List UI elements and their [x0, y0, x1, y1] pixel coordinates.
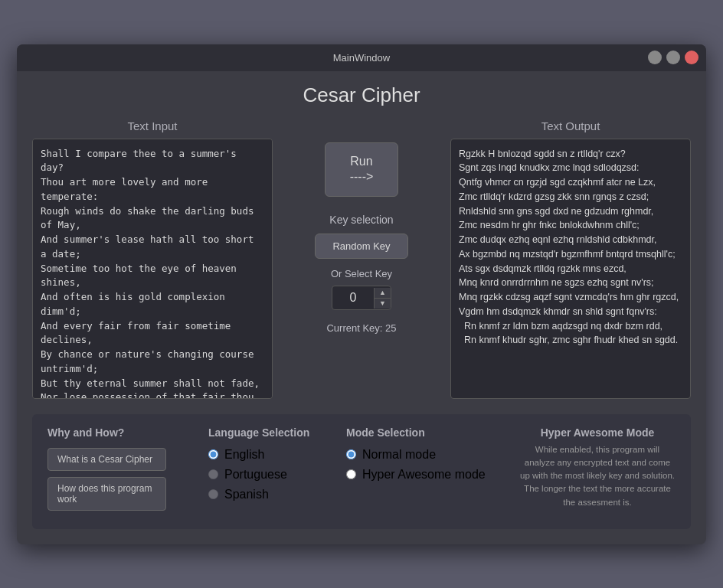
what-is-cesar-button[interactable]: What is a Cesar Cipher	[47, 448, 166, 471]
text-output-label: Text Output	[450, 119, 691, 132]
mode-section: Mode Selection Normal mode Hyper Awesome…	[339, 426, 507, 517]
center-panel: Run----> Key selection Random Key Or Sel…	[285, 119, 438, 402]
why-how-title: Why and How?	[47, 426, 201, 439]
language-portuguese-radio[interactable]	[208, 469, 218, 479]
main-content: Cesar Cipher Text Input Run----> Key sel…	[17, 71, 706, 544]
app-title: Cesar Cipher	[32, 83, 691, 107]
text-input-panel: Text Input	[32, 119, 273, 402]
language-portuguese[interactable]: Portuguese	[208, 468, 339, 482]
key-selection-label: Key selection	[329, 214, 393, 226]
main-window: MainWindow – □ ✕ Cesar Cipher Text Input…	[17, 44, 706, 544]
text-output-panel: Text Output Rgzkk H bnlozqd sgdd sn z rt…	[450, 119, 691, 402]
top-row: Text Input Run----> Key selection Random…	[32, 119, 691, 402]
mode-hyper-radio[interactable]	[346, 469, 356, 479]
mode-normal-label: Normal mode	[362, 448, 436, 462]
hyper-awesome-description: While enabled, this program will analyze…	[519, 443, 676, 509]
hyper-awesome-title: Hyper Awesome Mode	[519, 426, 676, 439]
language-spanish-radio[interactable]	[208, 489, 218, 499]
current-key-label: Current Key: 25	[326, 322, 396, 334]
mode-normal-radio[interactable]	[346, 449, 356, 459]
minimize-button[interactable]: –	[648, 51, 662, 64]
language-english[interactable]: English	[208, 448, 339, 462]
maximize-button[interactable]: □	[666, 51, 680, 64]
close-button[interactable]: ✕	[685, 51, 698, 64]
language-portuguese-label: Portuguese	[224, 468, 287, 482]
titlebar: MainWindow – □ ✕	[17, 44, 706, 71]
why-how-section: Why and How? What is a Cesar Cipher How …	[47, 426, 201, 517]
window-controls: – □ ✕	[648, 51, 698, 64]
language-spanish[interactable]: Spanish	[208, 488, 339, 501]
text-output: Rgzkk H bnlozqd sgdd sn z rtlldq'r czx? …	[450, 139, 691, 399]
language-section: Language Selection English Portuguese Sp…	[201, 426, 339, 517]
spinner-up-button[interactable]: ▲	[375, 288, 391, 299]
or-select-label: Or Select Key	[331, 268, 392, 279]
run-button[interactable]: Run---->	[325, 142, 399, 198]
text-input[interactable]	[32, 139, 273, 399]
spinner-down-button[interactable]: ▼	[375, 299, 391, 309]
spinner-buttons: ▲ ▼	[374, 288, 391, 309]
mode-hyper[interactable]: Hyper Awesome mode	[346, 468, 507, 482]
hyper-awesome-section: Hyper Awesome Mode While enabled, this p…	[507, 426, 676, 517]
mode-title: Mode Selection	[346, 426, 507, 439]
text-input-label: Text Input	[32, 119, 273, 132]
how-program-works-button[interactable]: How does this program work	[47, 477, 166, 511]
window-title: MainWindow	[333, 52, 390, 64]
random-key-button[interactable]: Random Key	[315, 234, 407, 259]
language-english-label: English	[224, 448, 264, 462]
mode-hyper-label: Hyper Awesome mode	[362, 468, 486, 482]
language-spanish-label: Spanish	[224, 488, 269, 501]
bottom-row: Why and How? What is a Cesar Cipher How …	[32, 414, 691, 529]
spinner-value: 0	[332, 286, 374, 309]
key-spinner: 0 ▲ ▼	[332, 286, 391, 310]
language-title: Language Selection	[208, 426, 339, 439]
language-english-radio[interactable]	[208, 449, 218, 459]
mode-normal[interactable]: Normal mode	[346, 448, 507, 462]
